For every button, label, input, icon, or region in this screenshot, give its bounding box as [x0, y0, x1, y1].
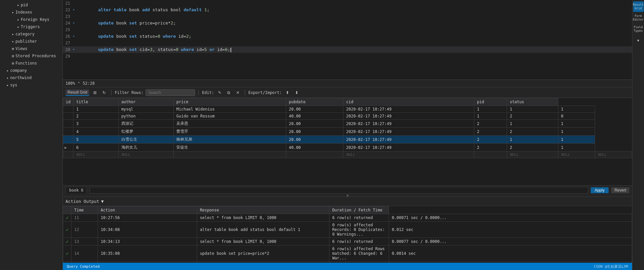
cell-author[interactable]: 安徒生	[174, 144, 286, 152]
revert-button[interactable]: Revert	[611, 187, 629, 193]
cell-cid[interactable]: 1	[474, 106, 507, 113]
edit-delete-btn[interactable]: ✕	[234, 90, 241, 96]
sidebar-item-pid[interactable]: ▸ pid	[0, 1, 63, 9]
search-input[interactable]	[146, 89, 195, 96]
cell-pubdate[interactable]: 2020-02-17 10:27:49	[343, 136, 474, 144]
db-icon: ▸	[7, 83, 9, 87]
edit-label: Edit:	[202, 90, 214, 95]
edit-copy-btn[interactable]: ⧉	[225, 90, 232, 96]
cell-title[interactable]: 西游记	[118, 120, 174, 128]
cell-pid[interactable]: 1	[507, 106, 558, 113]
cell-pubdate[interactable]: 2020-02-17 10:27:49	[343, 113, 474, 120]
cell-price[interactable]: 40.00	[286, 113, 343, 120]
cell-title[interactable]: 白雪公主	[118, 136, 174, 144]
table-row[interactable]: 3西游记吴承恩20.002020-02-17 10:27:49211	[63, 120, 632, 128]
cell-status[interactable]: 1	[558, 106, 595, 113]
cell-pid[interactable]: 1	[507, 136, 558, 144]
cell-pubdate[interactable]: 2020-02-17 10:27:49	[343, 128, 474, 136]
cell-price[interactable]: 20.00	[286, 106, 343, 113]
table-row[interactable]: 5白雪公主格林兄弟20.002020-02-17 10:27:49211	[63, 136, 632, 144]
cell-cid[interactable]: 1	[474, 113, 507, 120]
sidebar-item-stored-procedures[interactable]: ⊞ Stored Procedures	[0, 52, 63, 60]
cell-pid[interactable]: 1	[507, 120, 558, 128]
code-line-22: 22 • alter table book add status bool de…	[63, 7, 632, 13]
sidebar-item-publisher[interactable]: ▸ publisher	[0, 38, 63, 45]
edit-value-input[interactable]	[90, 187, 588, 194]
cell-id[interactable]: 3	[73, 120, 118, 128]
cell-author[interactable]: Guido van Rossum	[174, 113, 286, 120]
action-response: 6 row(s) returned	[329, 238, 389, 246]
cell-pid[interactable]: 2	[507, 113, 558, 120]
cell-title[interactable]: 红楼梦	[118, 128, 174, 136]
refresh-btn[interactable]: ↻	[101, 90, 108, 96]
cell-id[interactable]: 1	[73, 106, 118, 113]
more-options-icon[interactable]: ▼	[633, 35, 644, 46]
cell-author[interactable]: 曹雪芹	[174, 128, 286, 136]
cell-price[interactable]: 40.00	[286, 144, 343, 152]
action-text: alter table book add status bool default…	[197, 222, 329, 238]
cell-status[interactable]: 1	[558, 144, 595, 152]
cell-cid[interactable]: 2	[474, 120, 507, 128]
sidebar-item-views[interactable]: ⊞ Views	[0, 45, 63, 52]
sidebar-item-label: sys	[10, 83, 18, 87]
grid-view-btn[interactable]: ⊞	[91, 90, 99, 96]
export-btn[interactable]: ⬆	[284, 90, 291, 96]
table-row[interactable]: 4红楼梦曹雪芹20.002020-02-17 10:27:49221	[63, 128, 632, 136]
cell-id[interactable]: 4	[73, 128, 118, 136]
code-editor[interactable]: 21 22 • alter table book add status bool…	[63, 0, 632, 79]
sidebar-item-label: Views	[16, 46, 27, 51]
sidebar-item-label: Triggers	[21, 24, 40, 29]
action-table: Time Action Response Duration / Fetch Ti…	[63, 206, 632, 263]
sidebar-item-foreign-keys[interactable]: ▸ Foreign Keys	[0, 16, 63, 23]
table-row[interactable]: ▶6海的女儿安徒生40.002020-02-17 10:27:49221	[63, 144, 632, 152]
cell-cid[interactable]: 2	[474, 136, 507, 144]
form-editor-icon[interactable]: FormEditor	[633, 13, 644, 23]
action-text: select * from book LIMIT 0, 1000	[197, 238, 329, 246]
cell-status[interactable]: 1	[558, 128, 595, 136]
cell-id[interactable]: 2	[73, 113, 118, 120]
cell-price[interactable]: 20.00	[286, 136, 343, 144]
cell-id[interactable]: 5	[73, 136, 118, 144]
edit-tab[interactable]: book 6	[65, 187, 87, 194]
cell-author[interactable]: 吴承恩	[174, 120, 286, 128]
cell-title[interactable]: 海的女儿	[118, 144, 174, 152]
sidebar-item-triggers[interactable]: ▸ Triggers	[0, 23, 63, 30]
cell-status[interactable]: 1	[558, 136, 595, 144]
cell-pubdate[interactable]: 2020-02-17 10:27:49	[343, 144, 474, 152]
action-dropdown-icon[interactable]: ▼	[101, 199, 104, 204]
sidebar-item-indexes[interactable]: ▸ Indexes	[0, 9, 63, 16]
cell-pubdate[interactable]: 2020-02-17 10:27:49	[343, 120, 474, 128]
sidebar-item-category[interactable]: ▸ category	[0, 30, 63, 38]
cell-status[interactable]: 0	[558, 113, 595, 120]
result-grid-tab[interactable]: Result Grid	[65, 89, 89, 96]
sidebar-item-functions[interactable]: ⊞ Functions	[0, 60, 63, 67]
action-duration: 0.00077 sec / 0.0000...	[389, 238, 632, 246]
cell-status[interactable]: 1	[558, 120, 595, 128]
cell-title[interactable]: mysql	[118, 106, 174, 113]
sidebar-item-company[interactable]: ▸ company	[0, 67, 63, 74]
table-row[interactable]: 1mysqlMichael Widenius20.002020-02-17 10…	[63, 106, 632, 113]
zoom-arrows[interactable]: ⌃	[78, 81, 80, 86]
table-row[interactable]: 2pythonGuido van Rossum40.002020-02-17 1…	[63, 113, 632, 120]
apply-button[interactable]: Apply	[591, 187, 609, 193]
cell-pid[interactable]: 2	[507, 144, 558, 152]
field-types-icon[interactable]: FieldTypes	[633, 24, 644, 34]
right-panel: ResultGrid FormEditor FieldTypes ▼	[632, 0, 644, 270]
sidebar-item-label: Foreign Keys	[21, 17, 50, 22]
cell-id[interactable]: 6	[73, 144, 118, 152]
sidebar-item-sys[interactable]: ▸ sys	[0, 81, 63, 89]
import-btn[interactable]: ⬇	[293, 90, 300, 96]
cell-pid[interactable]: 2	[507, 128, 558, 136]
cell-title[interactable]: python	[118, 113, 174, 120]
cell-author[interactable]: 格林兄弟	[174, 136, 286, 144]
result-grid-icon[interactable]: ResultGrid	[633, 1, 644, 12]
null-row: NULLNULL NULL NULLNULLNULL	[63, 152, 632, 158]
cell-cid[interactable]: 2	[474, 144, 507, 152]
cell-price[interactable]: 20.00	[286, 120, 343, 128]
edit-pencil-btn[interactable]: ✎	[216, 90, 223, 96]
cell-price[interactable]: 20.00	[286, 128, 343, 136]
cell-pubdate[interactable]: 2020-02-17 10:27:49	[343, 106, 474, 113]
sidebar-item-northwind[interactable]: ▸ northwind	[0, 74, 63, 81]
cell-author[interactable]: Michael Widenius	[174, 106, 286, 113]
cell-cid[interactable]: 2	[474, 128, 507, 136]
